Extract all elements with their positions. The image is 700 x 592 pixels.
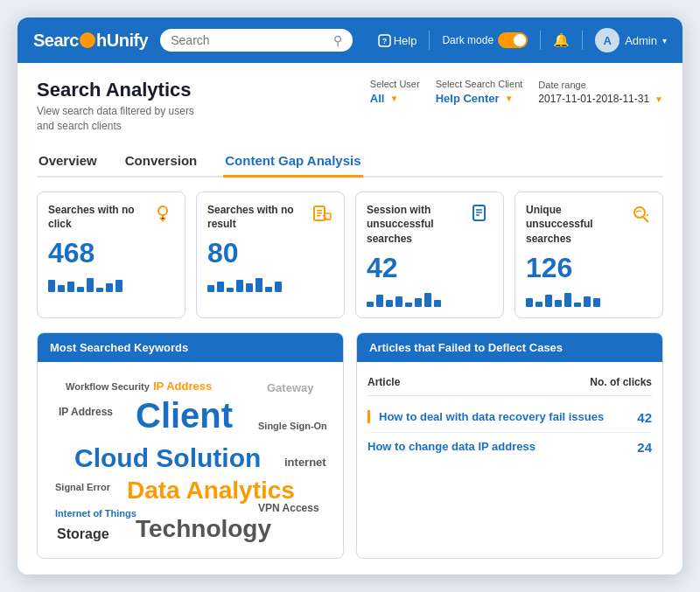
word-cloud-word: internet	[284, 456, 326, 470]
header-divider-3	[582, 31, 583, 50]
svg-line-15	[647, 214, 648, 216]
word-cloud-word: Signal Error	[55, 482, 110, 493]
word-cloud-word: Client	[136, 394, 233, 436]
card-title-unsuccessful: Session with unsuccessful searches	[367, 203, 465, 247]
bottom-panels: Most Searched Keywords Workflow Security…	[37, 332, 663, 559]
page-title-block: Search Analytics View search data filter…	[37, 79, 194, 134]
card-icon-no-click	[151, 203, 174, 231]
mini-bar	[526, 298, 533, 307]
mini-bar-chart-unsuccessful	[367, 291, 493, 307]
articles-rows: How to deal with data recovery fail issu…	[368, 403, 652, 462]
articles-table: Article No. of clicks How to deal with d…	[368, 373, 652, 462]
svg-line-14	[643, 217, 648, 222]
mini-bar	[217, 282, 224, 292]
page-subtitle: View search data filtered by usersand se…	[37, 104, 194, 134]
dark-mode-toggle[interactable]: Dark mode	[442, 32, 528, 48]
admin-chevron-icon: ▾	[662, 36, 667, 45]
mini-bar	[227, 288, 234, 292]
mini-bar	[265, 287, 272, 292]
word-cloud: Workflow SecurityIP AddressGatewayIP Add…	[48, 373, 332, 547]
mini-bar	[256, 278, 262, 292]
article-link[interactable]: How to deal with data recovery fail issu…	[368, 410, 630, 423]
dark-mode-switch[interactable]	[498, 32, 528, 48]
page-header-row: Search Analytics View search data filter…	[37, 79, 663, 134]
mini-bar	[396, 296, 402, 307]
keywords-panel-header: Most Searched Keywords	[38, 333, 343, 362]
app-window: SearchUnify ⚲ ? Help Dark mode 🔔 A Admin…	[18, 17, 682, 575]
card-title-no-result: Searches with no result	[207, 203, 305, 233]
help-label[interactable]: ? Help	[378, 34, 417, 47]
card-title-unique: Unique unsuccessful searches	[526, 203, 624, 247]
word-cloud-word: Single Sign-On	[258, 421, 327, 432]
logo: SearchUnify	[33, 31, 148, 51]
date-filter: Date range 2017-11-01-2018-11-31 ▼	[538, 80, 663, 105]
mini-bar	[67, 282, 74, 292]
search-bar[interactable]: ⚲	[160, 29, 353, 52]
keywords-panel-body: Workflow SecurityIP AddressGatewayIP Add…	[38, 362, 343, 558]
word-cloud-word: IP Address	[153, 380, 212, 394]
card-icon-unsuccessful	[470, 203, 493, 231]
mini-bar	[424, 293, 431, 307]
mini-bar	[405, 303, 412, 307]
mini-bar	[536, 302, 542, 307]
client-filter: Select Search Client Help Center ▼	[436, 79, 523, 105]
mini-bar	[246, 283, 253, 292]
word-cloud-word: Technology	[136, 514, 271, 544]
mini-bar-chart-no-click	[48, 276, 174, 292]
search-input[interactable]	[171, 33, 333, 47]
mini-bar	[574, 303, 581, 307]
header-right: ? Help Dark mode 🔔 A Admin ▾	[378, 28, 667, 52]
mini-bar	[106, 283, 113, 292]
svg-point-13	[634, 207, 645, 218]
page-title: Search Analytics	[37, 79, 194, 101]
word-cloud-word: Internet of Things	[55, 508, 136, 519]
article-link[interactable]: How to change data IP address	[368, 440, 630, 453]
date-filter-label: Date range	[538, 80, 663, 90]
mini-bar	[584, 296, 591, 307]
mini-bar	[564, 293, 571, 307]
metric-card-no-result: Searches with no result 80	[196, 192, 345, 318]
admin-label: Admin	[625, 34, 657, 47]
articles-panel-body: Article No. of clicks How to deal with d…	[357, 362, 662, 472]
date-select[interactable]: 2017-11-01-2018-11-31 ▼	[538, 93, 663, 105]
mini-bar	[386, 300, 393, 307]
article-row: How to change data IP address 24	[368, 433, 652, 462]
articles-col-header: Article No. of clicks	[368, 373, 652, 396]
bell-icon[interactable]: 🔔	[553, 32, 570, 48]
svg-rect-4	[317, 210, 322, 212]
header-divider-2	[540, 31, 541, 50]
admin-menu[interactable]: A Admin ▾	[595, 28, 667, 52]
client-select[interactable]: Help Center ▼	[436, 92, 523, 105]
date-select-arrow: ▼	[654, 94, 663, 104]
svg-point-2	[158, 206, 167, 215]
search-icon: ⚲	[333, 33, 342, 47]
article-clicks: 24	[637, 440, 652, 455]
svg-rect-6	[317, 215, 320, 217]
mini-bar	[545, 295, 552, 307]
card-value-no-click: 468	[48, 237, 174, 269]
card-icon-unique	[629, 203, 652, 231]
client-select-arrow: ▼	[505, 94, 514, 103]
metric-card-unsuccessful: Session with unsuccessful searches 42	[355, 192, 504, 318]
mini-bar	[207, 285, 214, 292]
word-cloud-word: Cloud Solution	[74, 442, 261, 474]
col-article: Article	[368, 376, 400, 388]
card-value-unsuccessful: 42	[367, 252, 493, 284]
tab-conversion[interactable]: Conversion	[123, 146, 200, 178]
articles-panel: Articles that Failed to Deflect Cases Ar…	[356, 332, 663, 559]
page-content: Search Analytics View search data filter…	[18, 63, 682, 575]
word-cloud-word: Storage	[57, 526, 109, 542]
svg-text:?: ?	[382, 37, 387, 45]
client-filter-label: Select Search Client	[436, 79, 523, 89]
mini-bar	[48, 280, 55, 292]
mini-bar	[367, 302, 374, 307]
mini-bar-chart-unique	[526, 291, 652, 307]
metric-card-unique: Unique unsuccessful searches 126	[514, 192, 663, 318]
article-clicks: 42	[637, 410, 652, 425]
mini-bar	[415, 298, 422, 307]
tab-content-gap[interactable]: Content Gap Analysis	[223, 146, 362, 178]
user-select[interactable]: All ▼	[370, 92, 420, 105]
mini-bar	[275, 282, 282, 292]
user-filter-label: Select User	[370, 79, 420, 89]
tab-overview[interactable]: Overview	[37, 146, 99, 178]
